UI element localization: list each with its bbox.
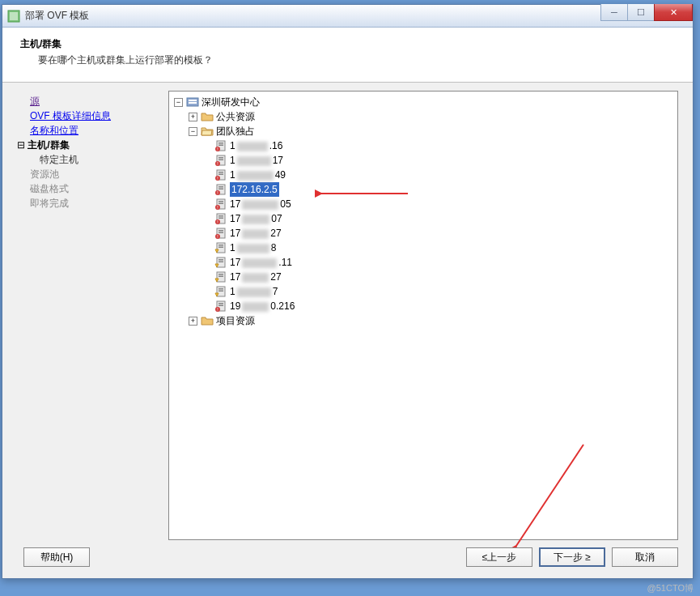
minimize-button[interactable]: ─ <box>600 4 628 21</box>
wizard-header: 主机/群集 要在哪个主机或群集上运行部署的模板？ <box>2 28 693 83</box>
tree-label: 17XXX27 <box>230 270 282 284</box>
tree-label: 公共资源 <box>216 109 255 124</box>
svg-rect-42 <box>218 247 223 249</box>
svg-rect-41 <box>218 245 223 246</box>
tree-label: 1XXX7 <box>230 284 278 299</box>
tree-row-host[interactable]: !1XXX17 <box>172 153 674 168</box>
app-icon <box>7 10 20 23</box>
dialog-window: 部署 OVF 模板 ─ ☐ ✕ 主机/群集 要在哪个主机或群集上运行部署的模板？… <box>2 4 694 579</box>
tree-row-host[interactable]: !17XXX07 <box>172 211 674 226</box>
expander-icon[interactable]: + <box>189 113 197 121</box>
host-icon <box>214 285 227 298</box>
svg-rect-12 <box>218 160 223 161</box>
tree-row-host[interactable]: !172.16.2.5 <box>172 182 674 197</box>
tree-label: 1XXX17 <box>230 153 283 168</box>
tree-row-folder[interactable]: + 公共资源 <box>172 109 674 124</box>
svg-text:!: ! <box>217 190 218 195</box>
svg-rect-54 <box>218 305 223 307</box>
cancel-button[interactable]: 取消 <box>612 547 678 567</box>
svg-text:!: ! <box>217 147 218 151</box>
titlebar[interactable]: 部署 OVF 模板 ─ ☐ ✕ <box>2 5 693 28</box>
expander-icon[interactable]: + <box>189 317 197 326</box>
svg-rect-21 <box>218 186 223 188</box>
svg-rect-47 <box>218 274 223 275</box>
nav-specific-host: 特定主机 <box>40 152 162 167</box>
tree-label: 17XXX.11 <box>230 255 292 270</box>
host-icon: ! <box>214 139 227 152</box>
datacenter-icon <box>186 96 199 109</box>
tree-row-host[interactable]: !1XXX.16 <box>172 138 674 153</box>
svg-rect-45 <box>218 262 223 263</box>
maximize-button[interactable]: ☐ <box>627 4 655 21</box>
svg-rect-6 <box>218 143 223 144</box>
nav-source[interactable]: 源 <box>30 94 162 109</box>
nav-resource-pool: 资源池 <box>30 167 162 181</box>
tree-label: 1XXX8 <box>230 241 276 255</box>
svg-rect-7 <box>218 145 223 147</box>
nav-disk-format: 磁盘格式 <box>30 181 162 196</box>
svg-rect-26 <box>218 201 223 202</box>
tree-row-folder[interactable]: + 项目资源 <box>172 313 674 328</box>
svg-rect-22 <box>218 189 223 190</box>
tree-row-host[interactable]: !1XXX49 <box>172 168 674 182</box>
nav-ovf-details[interactable]: OVF 模板详细信息 <box>30 109 162 123</box>
svg-rect-44 <box>218 259 223 261</box>
watermark: @51CTO博 <box>647 582 694 594</box>
svg-rect-37 <box>218 232 223 234</box>
nav-ready: 即将完成 <box>30 196 162 211</box>
host-tree[interactable]: − 深圳研发中心 + 公共资源 − 团队独占 <box>168 91 678 540</box>
help-button[interactable]: 帮助(H) <box>23 547 90 567</box>
wizard-nav: 源 OVF 模板详细信息 名称和位置 主机/群集 特定主机 资源池 磁盘格式 即… <box>11 91 168 540</box>
svg-rect-16 <box>218 172 223 173</box>
window-controls: ─ ☐ ✕ <box>601 4 693 21</box>
svg-rect-51 <box>218 291 223 292</box>
tree-label: 项目资源 <box>216 313 255 328</box>
tree-row-host[interactable]: 17XXX.11 <box>172 255 674 270</box>
tree-label: 17XXX27 <box>230 226 282 241</box>
expander-icon[interactable]: − <box>189 127 197 136</box>
svg-rect-36 <box>218 230 223 232</box>
button-bar: 帮助(H) ≤上一步 下一步 ≥ 取消 <box>2 547 693 567</box>
host-icon <box>214 270 227 283</box>
svg-rect-48 <box>218 276 223 278</box>
page-title: 主机/群集 <box>20 37 675 51</box>
tree-row-host[interactable]: !17XXX05 <box>172 197 674 211</box>
tree-row-host[interactable]: !17XXX27 <box>172 226 674 241</box>
nav-name-location[interactable]: 名称和位置 <box>30 123 162 138</box>
svg-text:!: ! <box>217 161 218 166</box>
svg-rect-17 <box>218 174 223 176</box>
host-icon: ! <box>214 300 227 313</box>
window-title: 部署 OVF 模板 <box>25 9 89 23</box>
tree-row-host[interactable]: !19XXX0.216 <box>172 299 674 313</box>
svg-rect-50 <box>218 288 223 290</box>
close-button[interactable]: ✕ <box>654 4 693 21</box>
folder-icon <box>201 110 214 123</box>
tree-row-host[interactable]: 1XXX8 <box>172 241 674 255</box>
tree-row-folder[interactable]: − 团队独占 <box>172 124 674 138</box>
nav-host-cluster: 主机/群集 <box>17 138 162 152</box>
host-icon <box>214 241 227 254</box>
folder-open-icon <box>201 125 214 138</box>
host-icon: ! <box>214 198 227 211</box>
svg-rect-53 <box>218 303 223 304</box>
host-icon: ! <box>214 168 227 181</box>
page-subtitle: 要在哪个主机或群集上运行部署的模板？ <box>38 53 675 67</box>
folder-icon <box>201 314 214 327</box>
svg-text:!: ! <box>217 205 218 210</box>
host-icon: ! <box>214 212 227 225</box>
svg-text:!: ! <box>217 219 218 224</box>
tree-label: 1XXX49 <box>230 168 286 182</box>
tree-row-datacenter[interactable]: − 深圳研发中心 <box>172 95 674 109</box>
next-button[interactable]: 下一步 ≥ <box>539 547 605 567</box>
expander-icon[interactable]: − <box>174 98 183 107</box>
tree-label: 深圳研发中心 <box>202 95 260 109</box>
tree-label: 172.16.2.5 <box>230 182 279 197</box>
svg-text:!: ! <box>217 176 218 181</box>
content-area: 源 OVF 模板详细信息 名称和位置 主机/群集 特定主机 资源池 磁盘格式 即… <box>2 83 693 548</box>
back-button[interactable]: ≤上一步 <box>466 547 532 567</box>
tree-row-host[interactable]: 1XXX7 <box>172 284 674 299</box>
tree-label: 1XXX.16 <box>230 138 282 153</box>
svg-rect-32 <box>218 218 223 219</box>
host-icon <box>214 256 227 269</box>
tree-row-host[interactable]: 17XXX27 <box>172 270 674 284</box>
